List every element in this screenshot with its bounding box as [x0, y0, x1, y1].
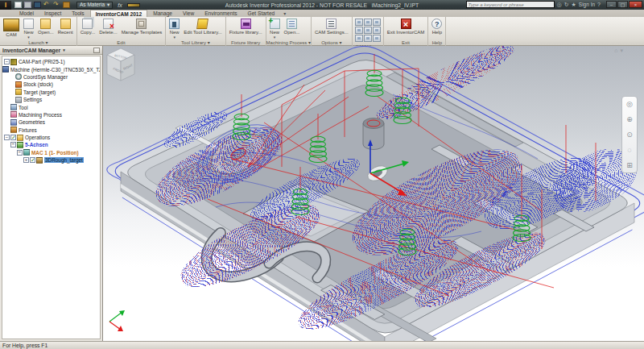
pan-icon[interactable]: ⊕ [626, 115, 633, 123]
open-process-icon [287, 19, 297, 29]
help-circle-icon[interactable]: ? [597, 1, 601, 8]
tree-item-mac1[interactable]: − MAC 1 (1- Position) [2, 149, 100, 156]
panel-header[interactable]: InventorCAM Manager ▾ [0, 46, 102, 55]
ribbon-group-exit: Exit InventorCAM Exit [384, 17, 429, 46]
tree-item-machine[interactable]: Machine (Hermle-C30_iTNC530_5X_TZ) [2, 65, 100, 73]
tree-item-operations[interactable]: − Operations [2, 134, 100, 141]
help-button[interactable]: Help [431, 19, 443, 35]
expand-icon[interactable]: + [23, 157, 29, 163]
manage-templates-button[interactable]: Manage Templates [121, 19, 163, 35]
tab-manage[interactable]: Manage [148, 10, 177, 17]
tree-item-geometries[interactable]: Geometries [2, 118, 100, 126]
delete-button[interactable]: Delete... [98, 19, 118, 35]
tree-item-stock[interactable]: Stock (stock) [2, 81, 100, 88]
collapse-icon[interactable]: − [4, 59, 10, 64]
launch-new-button[interactable]: New ▾ [23, 19, 35, 39]
inventor-logo-icon[interactable]: I [0, 1, 11, 10]
group-label-options[interactable]: Options ▾ [312, 39, 352, 46]
favorites-star-icon[interactable]: ★ [572, 1, 576, 8]
operation-checkbox[interactable] [30, 157, 35, 163]
restore-button[interactable]: ▢ [617, 1, 628, 8]
tree-item-3drough-target[interactable]: + 3DRough_target [2, 156, 100, 164]
view-cube[interactable]: FRONT RIGHT BOTTOM [103, 46, 138, 88]
group-label-edit: Edit [77, 39, 166, 46]
tree-item-settings[interactable]: Settings [2, 96, 100, 103]
tree-item-machining-process[interactable]: Machining Process [2, 111, 100, 118]
undo-icon[interactable]: ↶ [43, 2, 51, 8]
tree-item-tool[interactable]: Tool [2, 103, 100, 110]
edit-tool-library-button[interactable]: Edit Tool Library... [183, 19, 222, 35]
operations-checkbox[interactable] [10, 135, 16, 140]
toolpath-sweeps-blue [175, 94, 538, 238]
tab-tools[interactable]: Tools [67, 10, 89, 17]
options-gear-icon[interactable]: ▾ [620, 48, 623, 54]
cam-view-icon[interactable] [364, 19, 372, 26]
tab-inspect[interactable]: Inspect [39, 10, 66, 17]
ribbon-group-machining-process: New ▾ Open... Machining Process ▾ [266, 17, 312, 46]
minimize-button[interactable]: – [606, 1, 617, 8]
ribbon-group-cam-views: CAM Views [353, 17, 384, 46]
zoom-icon[interactable]: ⊙ [626, 131, 633, 139]
tree-item-fixtures[interactable]: Fixtures [2, 127, 100, 134]
tree-item-5-achsen[interactable]: − 5-Achsen [2, 141, 100, 148]
copy-button[interactable]: Copy... [80, 19, 97, 35]
panel-dock-icon[interactable] [93, 48, 100, 53]
redo-icon[interactable]: ↷ [53, 2, 60, 8]
sync-icon[interactable]: ↻ [564, 1, 569, 8]
graphics-viewport[interactable]: FRONT RIGHT BOTTOM ⌂ ▾ ◎ ⊕ ⊙ ◌ ⊞ [103, 46, 644, 341]
ribbon: CAM New ▾ Open... Recent Launch ▾ [0, 17, 644, 46]
tab-get-started[interactable]: Get Started [243, 10, 280, 17]
ribbon-overflow-icon[interactable]: ▾ [280, 10, 289, 17]
save-icon[interactable] [34, 2, 41, 8]
cam-view-icon[interactable] [355, 35, 363, 42]
tree-item-target[interactable]: Target (target) [2, 89, 100, 96]
color-swatch-dropdown[interactable] [127, 3, 140, 7]
tab-environments[interactable]: Environments [200, 10, 242, 17]
cam-view-icon[interactable] [373, 19, 381, 26]
tree-item-cam-part[interactable]: − CAM-Part (PRI25-1) [2, 58, 100, 65]
recent-folder-icon [60, 19, 71, 29]
search-icon[interactable]: ◎ [557, 1, 562, 8]
cam-view-icon[interactable] [373, 27, 381, 34]
exit-inventorcam-button[interactable]: Exit InventorCAM [386, 19, 426, 35]
group-label-machining-process[interactable]: Machining Process ▾ [266, 39, 311, 46]
machining-process-new-button[interactable]: New ▾ [269, 19, 281, 39]
tab-model[interactable]: Model [14, 10, 39, 17]
home-icon[interactable]: ⌂ [614, 48, 617, 54]
tool-library-new-button[interactable]: New ▾ [168, 19, 180, 39]
tree-item-coordsys[interactable]: CoordSys Manager [2, 73, 100, 81]
look-at-icon[interactable]: ⊞ [626, 161, 633, 169]
boss-contour-rings [188, 113, 287, 195]
edit-tool-library-icon [197, 19, 209, 29]
cam-view-icon[interactable] [364, 27, 372, 34]
launch-recent-button[interactable]: Recent [57, 19, 74, 35]
machining-process-open-button[interactable]: Open... [283, 19, 301, 35]
fixture-library-button[interactable]: Fixture library... [229, 19, 263, 35]
cam-view-icon[interactable] [373, 35, 381, 42]
tab-inventorcam-2012[interactable]: InventorCAM 2012 [90, 10, 148, 17]
fx-parameters-icon[interactable]: fx [118, 2, 122, 8]
group-label-tool-library[interactable]: Tool Library ▾ [166, 39, 225, 46]
cam-view-icon[interactable] [355, 19, 363, 26]
close-button[interactable]: × [629, 1, 642, 8]
app-title-text: Autodesk Inventor Professional 2012 - NO… [225, 2, 367, 8]
camera-icon[interactable] [63, 2, 70, 8]
cam-view-icon[interactable] [364, 35, 372, 42]
collapse-icon[interactable]: − [4, 135, 10, 140]
cam-view-icon[interactable] [355, 27, 363, 34]
search-input[interactable] [466, 1, 555, 8]
print-icon[interactable] [24, 2, 31, 8]
tab-view[interactable]: View [178, 10, 199, 17]
cam-settings-button[interactable]: CAM Settings... [314, 19, 349, 35]
launch-open-button[interactable]: Open... [37, 19, 55, 35]
group-label-launch[interactable]: Launch ▾ [0, 39, 76, 46]
sign-in-button[interactable]: Sign In [579, 2, 595, 7]
cam-button[interactable]: CAM [2, 19, 20, 37]
material-dropdown[interactable]: As Materia ▾ [76, 2, 113, 9]
new-tool-icon [169, 19, 180, 29]
collapse-icon[interactable]: − [10, 142, 16, 147]
new-file-icon[interactable] [14, 2, 22, 8]
collapse-icon[interactable]: − [17, 150, 23, 156]
steering-wheel-icon[interactable]: ◎ [626, 100, 633, 108]
orbit-icon[interactable]: ◌ [627, 146, 631, 154]
